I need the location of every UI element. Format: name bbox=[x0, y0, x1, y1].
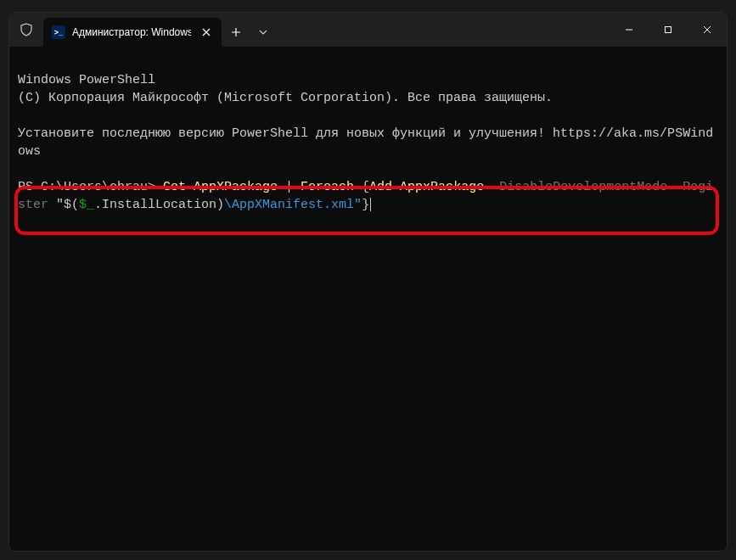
cmd-token: Foreach bbox=[301, 180, 354, 194]
output-line: Windows PowerShell bbox=[18, 73, 155, 87]
close-tab-button[interactable] bbox=[198, 24, 215, 41]
minimize-button[interactable] bbox=[610, 13, 649, 47]
window-controls bbox=[610, 13, 727, 47]
cmd-token: Get-AppXPackage bbox=[163, 180, 278, 194]
text-cursor bbox=[370, 198, 371, 211]
cmd-token: } bbox=[362, 198, 369, 212]
tab-dropdown-button[interactable] bbox=[250, 18, 276, 47]
terminal-window: >_ Администратор: Windows Pc Windows Pow… bbox=[8, 12, 728, 552]
cmd-token: { bbox=[354, 180, 369, 194]
cmd-token: "$( bbox=[56, 198, 79, 212]
prompt: PS C:\Users\ohrau> bbox=[18, 180, 163, 194]
powershell-icon: >_ bbox=[52, 25, 65, 39]
cmd-token: Add-AppxPackage bbox=[369, 180, 484, 194]
svg-rect-0 bbox=[666, 27, 671, 33]
terminal-body[interactable]: Windows PowerShell (C) Корпорация Майкро… bbox=[9, 47, 727, 551]
cmd-token: .InstallLocation bbox=[94, 198, 216, 212]
close-window-button[interactable] bbox=[688, 13, 727, 47]
cmd-token: $_ bbox=[79, 198, 94, 212]
cmd-token: ) bbox=[216, 198, 224, 212]
cmd-token: \AppXManifest.xml" bbox=[224, 198, 362, 212]
cmd-token: | bbox=[278, 180, 301, 194]
output-line: (C) Корпорация Майкрософт (Microsoft Cor… bbox=[18, 91, 553, 105]
titlebar: >_ Администратор: Windows Pc bbox=[9, 13, 727, 47]
maximize-button[interactable] bbox=[649, 13, 688, 47]
uac-shield-icon bbox=[9, 13, 43, 47]
output-line: Установите последнюю версию PowerShell д… bbox=[18, 126, 713, 159]
tab-powershell[interactable]: >_ Администратор: Windows Pc bbox=[43, 18, 222, 47]
tab-title: Администратор: Windows Pc bbox=[72, 26, 191, 38]
new-tab-button[interactable] bbox=[222, 18, 250, 47]
